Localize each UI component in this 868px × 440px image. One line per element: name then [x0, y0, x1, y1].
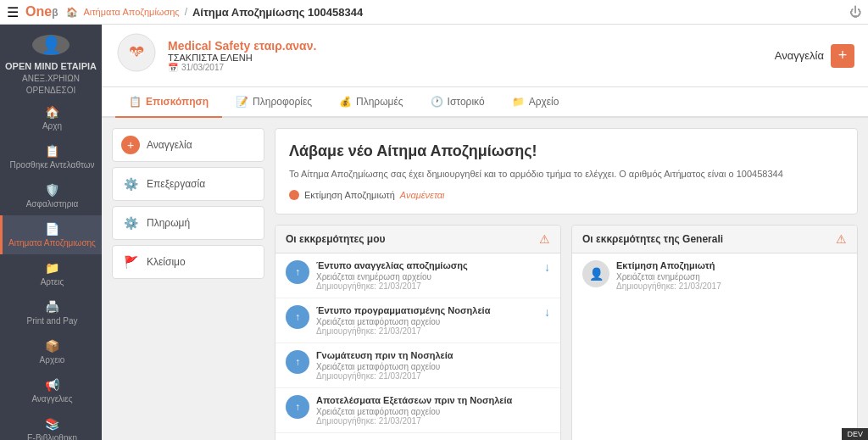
general-claims-header: Οι εκκρεμότητες της Generali ⚠: [572, 226, 857, 253]
general-claims-list: 👤 Εκτίμηση Αποζημιωτή Χρειάζεται ενημέρω…: [572, 253, 857, 298]
add-notification-action-button[interactable]: + Αναγγελία: [112, 128, 264, 162]
claim-text: Αποτελέσματα Εξετάσεων πριν τη Νοσηλεία …: [316, 395, 512, 426]
my-claims-list: ↑ Έντυπο αναγγελίας αποζημίωσης Χρειάζετ…: [275, 253, 560, 441]
tab-episkopisi-icon: 📋: [129, 96, 142, 108]
breadcrumb: 🏠 Αιτήματα Αποζημίωσης / Αίτημα Αποζημίω…: [58, 6, 849, 19]
edit-button[interactable]: ⚙️ Επεξεργασία: [112, 167, 264, 201]
claim-item: ↑ Αποτελέσματα Εξετάσεων πριν τη Νοσηλεί…: [275, 388, 560, 433]
flag-icon: 🚩: [121, 253, 140, 271]
tab-plirofoiries[interactable]: 📝 Πληροφορίες: [222, 87, 326, 118]
content-area: + Αναγγελία ⚙️ Επεξεργασία ⚙️ Πληρωμή 🚩 …: [102, 118, 868, 440]
claim-text: Έντυπο προγραμματισμένης Νοσηλεία Χρειάζ…: [316, 305, 490, 336]
my-claims-title: Οι εκκρεμότητες μου: [286, 233, 386, 245]
breadcrumb-current: Αίτημα Αποζημίωσης 100458344: [192, 6, 363, 19]
archive-icon: 📦: [45, 339, 59, 353]
print-icon: 🖨️: [45, 300, 59, 314]
company-header: ❤ MS Medical Safety εταιρ.αναν. ΤΣΑΚΠΙΣΤ…: [102, 25, 868, 87]
upload-icon: ↑: [286, 350, 309, 374]
notice-body: Το Αίτημα Αποζημίωσης σας έχει δημιουργη…: [289, 167, 843, 181]
sidebar-item-arteis[interactable]: 📁 Αρτεις: [0, 254, 102, 293]
sidebar-item-print[interactable]: 🖨️ Print and Pay: [0, 293, 102, 332]
my-claims-header: Οι εκκρεμότητες μου ⚠: [275, 226, 560, 253]
person-name: ΤΣΑΚΠΙΣΤΑ ΕΛΕΝΗ: [168, 53, 316, 63]
add-notification-button[interactable]: +: [831, 44, 854, 68]
logo-area: ☰ Oneβ: [7, 4, 58, 20]
add-client-icon: 📋: [45, 144, 59, 158]
sidebar: 👤 OPEN MIND ΕΤΑΙΡΙΑ ΑΝΕΞ.ΧΡΗΙΩΝ ΟΡΕΝΔΕΣΟ…: [0, 25, 102, 440]
notify-label: Αναγγελία: [775, 49, 824, 62]
sidebar-item-evivl[interactable]: 📚 E-Βιβλιοθηκη: [0, 410, 102, 440]
tabs: 📋 Επισκόπηση 📝 Πληροφορίες 💰 Πληρωμές 🕐 …: [102, 87, 868, 118]
tab-plirofoiries-icon: 📝: [236, 96, 248, 108]
dev-badge: DEV: [842, 428, 868, 440]
shield-icon: 🛡️: [45, 183, 59, 197]
avatar: 👤: [32, 35, 70, 55]
company-name-label: Medical Safety εταιρ.αναν.: [168, 39, 316, 53]
status-value: Αναμένεται: [400, 190, 445, 200]
folder-icon: 📁: [45, 261, 59, 275]
general-claims-alert-icon: ⚠: [836, 232, 847, 246]
home-icon: 🏠: [45, 105, 59, 119]
tab-istoriko-icon: 🕐: [431, 96, 443, 108]
date-label: 📅 31/03/2017: [168, 63, 316, 72]
notify-area: Αναγγελία +: [775, 44, 854, 68]
sidebar-item-arxeio[interactable]: 📦 Αρχειο: [0, 332, 102, 371]
claim-item: 👤 Εκτίμηση Αποζημιωτή Χρειάζεται ενημέρω…: [572, 253, 857, 298]
tab-episkopisi[interactable]: 📋 Επισκόπηση: [115, 87, 222, 118]
hamburger-icon[interactable]: ☰: [7, 4, 19, 20]
general-claims-section: Οι εκκρεμότητες της Generali ⚠ 👤 Εκτίμησ…: [571, 225, 858, 441]
payment-button[interactable]: ⚙️ Πληρωμή: [112, 206, 264, 240]
my-claims-section: Οι εκκρεμότητες μου ⚠ ↑ Έντυπο αναγγελία…: [275, 225, 561, 441]
general-claims-title: Οι εκκρεμότητες της Generali: [582, 233, 723, 245]
status-label: Εκτίμηση Αποζημιωτή: [304, 190, 395, 200]
company-info: Medical Safety εταιρ.αναν. ΤΣΑΚΠΙΣΤΑ ΕΛΕ…: [168, 39, 316, 72]
notice-box: Λάβαμε νέο Αίτημα Αποζημίωσης! Το Αίτημα…: [275, 128, 858, 214]
sidebar-item-prosthiki[interactable]: 📋 Προσθηκε Αντελαθτων: [0, 137, 102, 176]
close-button[interactable]: 🚩 Κλείσιμο: [112, 245, 264, 279]
status-row: Εκτίμηση Αποζημιωτή Αναμένεται: [289, 190, 843, 200]
notice-title: Λάβαμε νέο Αίτημα Αποζημίωσης!: [289, 142, 843, 160]
claim-item: ↑ Έντυπο προγραμματισμένης Νοσηλεία Χρει…: [275, 298, 560, 343]
bell-icon: 📢: [45, 378, 59, 392]
tab-pliromes-icon: 💰: [339, 96, 352, 108]
upload-icon: ↑: [286, 260, 309, 284]
payment-icon: ⚙️: [121, 214, 140, 232]
sidebar-item-aitimata[interactable]: 📄 Αιτηματα Αποζημιωσης: [0, 215, 102, 254]
topbar: ☰ Oneβ 🏠 Αιτήματα Αποζημίωσης / Αίτημα Α…: [0, 0, 868, 25]
download-icon[interactable]: ↓: [544, 305, 550, 319]
claim-text: Γνωμάτευση πριν τη Νοσηλεία Χρειάζεται μ…: [316, 350, 453, 381]
claim-item: ↑ Βιβλιάριο Υγείας Χρειάζεται μεταφόρτωσ…: [275, 433, 560, 441]
calendar-icon: 📅: [168, 63, 178, 72]
sidebar-item-asfalisti[interactable]: 🛡️ Ασφαλιστηρια: [0, 176, 102, 215]
breadcrumb-home-icon: 🏠: [66, 7, 78, 18]
upload-icon: ↑: [286, 395, 309, 419]
plus-icon: +: [121, 136, 140, 154]
sidebar-item-archi[interactable]: 🏠 Αρχη: [0, 98, 102, 137]
book-icon: 📚: [45, 417, 59, 431]
tab-istoriko[interactable]: 🕐 Ιστορικό: [417, 87, 498, 118]
tab-arxeio[interactable]: 📁 Αρχείο: [498, 87, 573, 118]
sidebar-item-anaggelies[interactable]: 📢 Αναγγελιες: [0, 371, 102, 410]
claim-text: Εκτίμηση Αποζημιωτή Χρειάζεται ενημέρωση…: [616, 260, 721, 291]
claim-item: ↑ Γνωμάτευση πριν τη Νοσηλεία Χρειάζεται…: [275, 343, 560, 388]
claims-grid: Οι εκκρεμότητες μου ⚠ ↑ Έντυπο αναγγελία…: [275, 225, 858, 441]
company-name: OPEN MIND ΕΤΑΙΡΙΑ ΑΝΕΞ.ΧΡΗΙΩΝ ΟΡΕΝΔΕΣΟΙ: [0, 58, 102, 98]
main-content: ❤ MS Medical Safety εταιρ.αναν. ΤΣΑΚΠΙΣΤ…: [102, 25, 868, 440]
breadcrumb-parent[interactable]: Αιτήματα Αποζημίωσης: [83, 7, 179, 17]
power-button[interactable]: ⏻: [849, 5, 861, 19]
upload-icon: ↑: [286, 305, 309, 329]
my-claims-alert-icon: ⚠: [539, 232, 550, 246]
svg-text:MS: MS: [131, 48, 142, 57]
claim-avatar: 👤: [582, 260, 609, 287]
claim-text: Έντυπο αναγγελίας αποζημίωσης Χρειάζεται…: [316, 260, 468, 291]
left-panel: + Αναγγελία ⚙️ Επεξεργασία ⚙️ Πληρωμή 🚩 …: [112, 128, 264, 430]
tab-arxeio-icon: 📁: [512, 96, 525, 108]
document-icon: 📄: [45, 222, 59, 236]
right-panel: Λάβαμε νέο Αίτημα Αποζημίωσης! Το Αίτημα…: [275, 128, 858, 430]
tab-pliromes[interactable]: 💰 Πληρωμές: [326, 87, 417, 118]
download-icon[interactable]: ↓: [544, 260, 550, 274]
status-dot: [289, 190, 299, 200]
breadcrumb-separator: /: [185, 6, 187, 18]
claim-item: ↑ Έντυπο αναγγελίας αποζημίωσης Χρειάζετ…: [275, 253, 560, 298]
company-logo: ❤ MS: [115, 31, 158, 80]
